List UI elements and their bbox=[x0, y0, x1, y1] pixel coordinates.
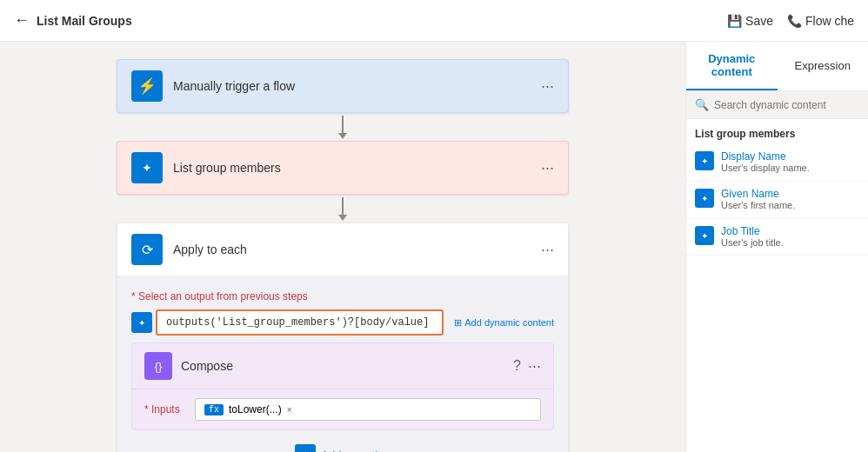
back-button[interactable]: ← bbox=[14, 11, 30, 30]
compose-body: * Inputs fx toLower(...) × bbox=[132, 389, 553, 429]
panel-item-icon-0: ✦ bbox=[695, 151, 714, 170]
compose-label: Compose bbox=[181, 359, 513, 373]
mini-icon: ✦ bbox=[131, 312, 152, 333]
add-action-button[interactable]: + Add an action bbox=[295, 444, 391, 452]
apply-each-body: * Select an output from previous steps ✦… bbox=[117, 276, 568, 452]
output-input-row: ✦ outputs('List_group_members')?[body/va… bbox=[131, 309, 554, 336]
compose-inputs-row: * Inputs fx toLower(...) × bbox=[144, 398, 541, 421]
trigger-card[interactable]: ⚡ Manually trigger a flow ··· bbox=[117, 59, 569, 113]
compose-card: {} Compose ? ··· * Inputs bbox=[131, 342, 554, 430]
flow-container: ⚡ Manually trigger a flow ··· ✦ List gro… bbox=[99, 59, 586, 452]
list-menu-button[interactable]: ··· bbox=[541, 159, 554, 177]
search-input[interactable] bbox=[714, 99, 859, 111]
compose-help-button[interactable]: ? bbox=[513, 358, 521, 374]
apply-each-label: Apply to each bbox=[173, 243, 541, 256]
compose-icon: {} bbox=[144, 352, 172, 380]
apply-each-header: ⟳ Apply to each ··· bbox=[117, 223, 568, 276]
panel-item-icon-2: ✦ bbox=[695, 226, 714, 245]
apply-each-icon: ⟳ bbox=[131, 234, 163, 265]
fx-badge: fx bbox=[204, 404, 224, 415]
panel-tabs: Dynamic content Expression bbox=[686, 42, 868, 91]
back-icon: ← bbox=[14, 11, 30, 30]
connector-2 bbox=[338, 195, 347, 223]
connector-line bbox=[342, 116, 344, 133]
flow-checker: 📞 Flow che bbox=[787, 14, 854, 28]
panel-section-title: List group members bbox=[686, 119, 868, 143]
panel-item-desc-2: User's job title. bbox=[721, 237, 784, 248]
panel-item-icon-1: ✦ bbox=[695, 189, 714, 208]
inputs-close[interactable]: × bbox=[287, 405, 292, 415]
select-output-label: * Select an output from previous steps bbox=[131, 290, 554, 302]
flow-checker-icon: 📞 bbox=[787, 14, 802, 28]
panel-items: ✦ Display Name User's display name. ✦ Gi… bbox=[686, 143, 868, 256]
panel-item-desc-0: User's display name. bbox=[721, 163, 810, 173]
panel-item-name-0: Display Name bbox=[721, 150, 810, 163]
save-label: Save bbox=[745, 14, 773, 28]
add-action-row: + Add an action bbox=[131, 430, 554, 452]
panel-item-name-1: Given Name bbox=[721, 188, 795, 200]
compose-menu-button[interactable]: ··· bbox=[528, 357, 541, 376]
apply-each-menu-button[interactable]: ··· bbox=[541, 241, 554, 259]
connector-1 bbox=[338, 113, 347, 141]
tab-dynamic-content[interactable]: Dynamic content bbox=[686, 42, 778, 90]
add-action-label: Add an action bbox=[321, 449, 391, 453]
panel-item-name-2: Job Title bbox=[721, 225, 784, 237]
main-area: ⚡ Manually trigger a flow ··· ✦ List gro… bbox=[0, 42, 868, 452]
add-dynamic-link[interactable]: ⊞ Add dynamic content bbox=[454, 317, 554, 329]
compose-header: {} Compose ? ··· bbox=[132, 343, 553, 389]
canvas: ⚡ Manually trigger a flow ··· ✦ List gro… bbox=[0, 42, 685, 452]
inputs-label: * Inputs bbox=[144, 403, 188, 415]
connector-line-2 bbox=[342, 197, 344, 215]
search-icon: 🔍 bbox=[695, 98, 709, 111]
list-icon: ✦ bbox=[131, 152, 163, 183]
top-bar: ← List Mail Groups 💾 Save 📞 Flow che bbox=[0, 0, 868, 42]
add-action-icon: + bbox=[295, 444, 316, 452]
panel-item-job-title[interactable]: ✦ Job Title User's job title. bbox=[686, 218, 868, 256]
connector-arrow-2 bbox=[338, 215, 347, 221]
flow-checker-label: Flow che bbox=[805, 14, 854, 28]
save-button[interactable]: 💾 Save bbox=[727, 14, 773, 28]
tab-expression[interactable]: Expression bbox=[778, 42, 869, 90]
page-title: List Mail Groups bbox=[37, 14, 132, 28]
expression-box[interactable]: outputs('List_group_members')?[body/valu… bbox=[156, 309, 444, 336]
inputs-text: toLower(...) bbox=[229, 403, 282, 415]
right-panel: Dynamic content Expression 🔍 List group … bbox=[685, 42, 868, 452]
panel-item-given-name[interactable]: ✦ Given Name User's first name. bbox=[686, 181, 868, 218]
save-icon: 💾 bbox=[727, 14, 742, 28]
list-label: List group members bbox=[173, 161, 541, 175]
expression-value: outputs('List_group_members')?[body/valu… bbox=[166, 316, 429, 329]
panel-item-desc-1: User's first name. bbox=[721, 200, 795, 210]
add-dynamic-text: Add dynamic content bbox=[464, 317, 554, 328]
trigger-label: Manually trigger a flow bbox=[173, 79, 541, 93]
panel-search: 🔍 bbox=[686, 91, 868, 119]
trigger-menu-button[interactable]: ··· bbox=[541, 77, 554, 96]
apply-each-container: ⟳ Apply to each ··· * Select an output f… bbox=[117, 223, 569, 452]
list-members-card[interactable]: ✦ List group members ··· bbox=[117, 141, 569, 195]
panel-item-display-name[interactable]: ✦ Display Name User's display name. bbox=[686, 143, 868, 181]
trigger-icon: ⚡ bbox=[131, 70, 163, 102]
connector-arrow bbox=[338, 133, 347, 139]
add-dynamic-icon: ⊞ bbox=[454, 317, 462, 329]
inputs-value[interactable]: fx toLower(...) × bbox=[195, 398, 541, 421]
